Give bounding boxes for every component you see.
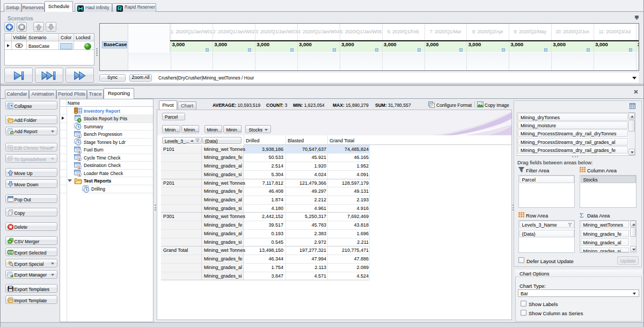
svg-text:Σ: Σ xyxy=(78,157,80,161)
svg-text:Σ: Σ xyxy=(78,173,80,177)
svg-text:Σ: Σ xyxy=(78,165,80,169)
svg-text:Σ: Σ xyxy=(78,134,80,137)
svg-text:Σ: Σ xyxy=(78,149,80,153)
